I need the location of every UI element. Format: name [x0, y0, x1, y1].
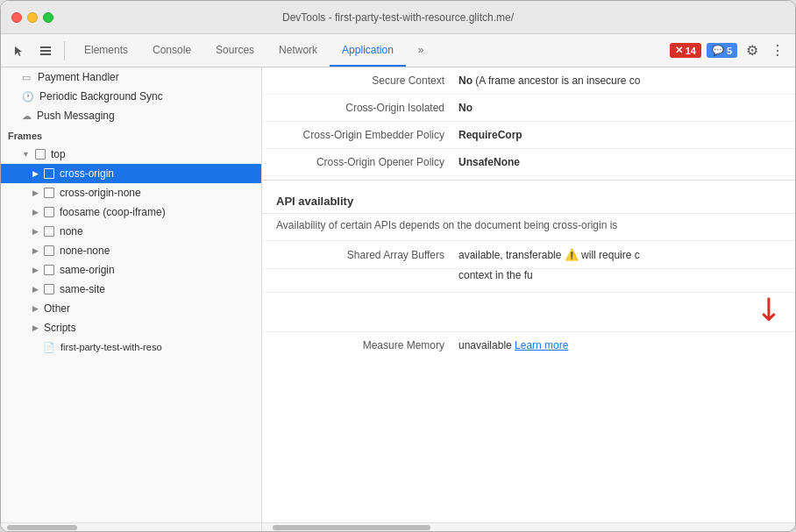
devtools-window: DevTools - first-party-test-with-resourc…	[0, 0, 796, 532]
tab-elements[interactable]: Elements	[72, 34, 140, 67]
shared-array-buffers-row: Shared Array Buffers available, transfer…	[262, 241, 795, 269]
frame-icon-cross-origin-none	[44, 188, 54, 198]
coep-row: Cross-Origin Embedder Policy RequireCorp	[262, 122, 795, 149]
sidebar-label-payment-handler: Payment Handler	[38, 71, 119, 83]
sidebar-item-cross-origin[interactable]: ▶ cross-origin	[1, 164, 261, 183]
error-badge[interactable]: ✕ 14	[670, 43, 701, 58]
chevron-right-none-icon: ▶	[32, 227, 39, 236]
message-badge[interactable]: 💬 5	[707, 43, 737, 58]
measure-memory-row: Measure Memory unavailable Learn more	[262, 332, 795, 358]
payment-icon: ▭	[22, 72, 31, 83]
sidebar-item-none-none[interactable]: ▶ none-none	[1, 241, 261, 260]
chevron-right-active-icon: ▶	[32, 169, 39, 178]
sidebar-scroll-thumb[interactable]	[7, 525, 77, 530]
toolbar-separator	[64, 41, 65, 60]
coop-value: UnsafeNone	[458, 156, 781, 168]
sidebar-item-cross-origin-none[interactable]: ▶ cross-origin-none	[1, 183, 261, 202]
sidebar-item-periodic-bg-sync[interactable]: 🕐 Periodic Background Sync	[1, 87, 261, 106]
arrow-row: ↙	[262, 293, 795, 332]
content-horizontal-scrollbar[interactable]	[262, 522, 795, 531]
api-section-description: Availability of certain APIs depends on …	[262, 214, 795, 241]
sidebar-label-periodic: Periodic Background Sync	[39, 90, 163, 103]
tab-network[interactable]: Network	[267, 34, 330, 67]
settings-button[interactable]: ⚙	[743, 39, 762, 62]
coep-label: Cross-Origin Embedder Policy	[276, 129, 451, 141]
sidebar-label-same-site: same-site	[60, 283, 105, 295]
chevron-down-icon: ▼	[22, 150, 30, 159]
learn-more-link[interactable]: Learn more	[515, 339, 568, 351]
close-button[interactable]	[11, 12, 22, 23]
frame-icon-none-none	[44, 245, 54, 256]
error-icon: ✕	[675, 45, 683, 56]
chevron-right-none-none-icon: ▶	[32, 246, 39, 255]
window-title: DevTools - first-party-test-with-resourc…	[282, 11, 514, 24]
sidebar-horizontal-scrollbar[interactable]	[1, 522, 261, 531]
frame-icon-none	[44, 226, 54, 237]
measure-memory-label: Measure Memory	[276, 339, 451, 351]
frame-icon-same-origin	[44, 265, 54, 275]
tab-console[interactable]: Console	[140, 34, 203, 67]
red-arrow-icon: ↙	[748, 288, 789, 330]
shared-array-buffers-extra: will require c	[581, 249, 640, 261]
content-scroll-thumb[interactable]	[273, 525, 430, 530]
shared-array-buffers-label: Shared Array Buffers	[276, 249, 451, 261]
tab-bar: Elements Console Sources Network Applica…	[72, 34, 666, 67]
svg-rect-2	[40, 53, 51, 55]
clock-icon: 🕐	[22, 91, 34, 103]
tab-application[interactable]: Application	[330, 34, 406, 67]
minimize-button[interactable]	[27, 12, 38, 23]
sidebar-item-foosame[interactable]: ▶ foosame (coop-iframe)	[1, 202, 261, 222]
measure-memory-value: unavailable Learn more	[458, 339, 781, 351]
cloud-icon: ☁	[22, 110, 32, 122]
sidebar-item-other[interactable]: ▶ Other	[1, 299, 261, 318]
message-count: 5	[727, 46, 732, 56]
secure-context-label: Secure Context	[276, 74, 451, 87]
maximize-button[interactable]	[43, 12, 53, 23]
sidebar-item-same-origin[interactable]: ▶ same-origin	[1, 260, 261, 280]
sidebar-item-push-messaging[interactable]: ☁ Push Messaging	[1, 106, 261, 125]
error-count: 14	[686, 46, 696, 56]
cross-origin-isolated-row: Cross-Origin Isolated No	[262, 95, 795, 122]
tab-sources[interactable]: Sources	[203, 34, 267, 67]
sidebar-item-none[interactable]: ▶ none	[1, 222, 261, 241]
sidebar-item-top[interactable]: ▼ top	[1, 145, 261, 164]
frame-icon-same-site	[44, 284, 54, 294]
sidebar-item-payment-handler[interactable]: ▭ Payment Handler	[1, 67, 261, 87]
cursor-icon[interactable]	[8, 39, 31, 62]
sidebar-label-cross-origin-none: cross-origin-none	[60, 187, 141, 199]
content-panel: Secure Context No (A frame ancestor is a…	[262, 67, 795, 531]
shared-array-buffers-extra2: context in the fu	[458, 269, 781, 281]
api-section-title: API availablity	[262, 184, 795, 214]
sidebar-item-same-site[interactable]: ▶ same-site	[1, 280, 261, 299]
sidebar-item-first-party[interactable]: 📄 first-party-test-with-reso	[1, 337, 261, 357]
secure-context-no: No	[458, 74, 473, 87]
frames-section-label: Frames	[8, 131, 42, 141]
secure-context-extra: (A frame ancestor is an insecure co	[475, 74, 640, 87]
shared-array-buffers-extra-row: context in the fu	[262, 269, 795, 293]
svg-rect-1	[40, 50, 51, 52]
sidebar-item-scripts[interactable]: ▶ Scripts	[1, 318, 261, 337]
tab-more[interactable]: »	[406, 34, 437, 67]
chevron-right-foosame-icon: ▶	[32, 208, 39, 216]
coop-row: Cross-Origin Opener Policy UnsafeNone	[262, 149, 795, 176]
chevron-right-scripts-icon: ▶	[32, 323, 39, 332]
section-divider	[262, 180, 795, 181]
sidebar-label-none-none: none-none	[60, 245, 110, 257]
frame-icon-cross-origin	[44, 168, 54, 179]
arrow-container: ↙	[755, 293, 781, 324]
cross-origin-isolated-label: Cross-Origin Isolated	[276, 102, 451, 114]
toolbar-right: ✕ 14 💬 5 ⚙ ⋮	[670, 39, 788, 62]
titlebar: DevTools - first-party-test-with-resourc…	[1, 1, 795, 34]
sidebar-label-same-origin: same-origin	[60, 264, 115, 276]
content-wrapper: Secure Context No (A frame ancestor is a…	[262, 67, 795, 531]
secure-context-value: No (A frame ancestor is an insecure co	[458, 74, 781, 87]
drawer-toggle[interactable]	[34, 39, 57, 62]
svg-rect-0	[40, 46, 51, 48]
more-button[interactable]: ⋮	[767, 39, 788, 62]
sidebar-section-frames[interactable]: Frames	[1, 125, 261, 145]
sidebar-label-cross-origin: cross-origin	[60, 167, 114, 180]
sidebar-label-push: Push Messaging	[37, 110, 115, 122]
shared-array-buffers-value: available, transferable ⚠️ will require …	[458, 248, 781, 261]
chevron-right-other-icon: ▶	[32, 304, 39, 313]
sidebar-label-none: none	[60, 225, 83, 238]
